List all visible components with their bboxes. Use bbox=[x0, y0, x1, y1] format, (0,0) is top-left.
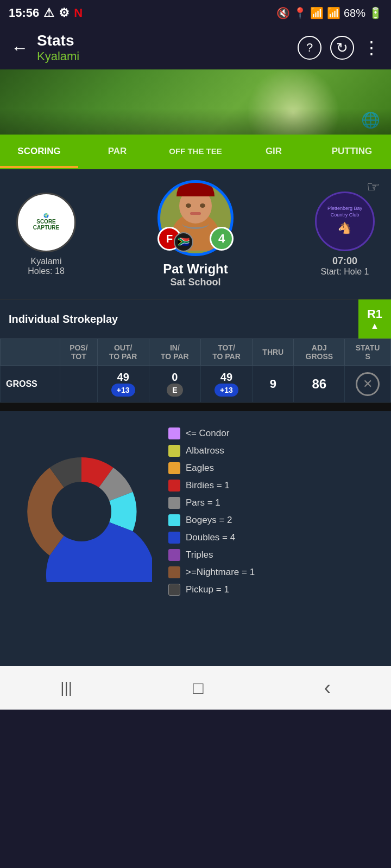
col-in-to-par: IN/TO PAR bbox=[149, 339, 200, 366]
status-bar: 15:56 ⚠ ⚙ N 🔇 📍 📶 📶 68% 🔋 bbox=[0, 0, 391, 26]
legend-albatross: Albatross bbox=[168, 445, 255, 457]
swipe-hint-icon: ☞ bbox=[367, 178, 380, 196]
scorecard-section: Individual Strokeplay R1 ▲ POS/TOT OUT/T… bbox=[0, 299, 391, 403]
nav-home-button[interactable]: □ bbox=[193, 678, 203, 698]
triples-color bbox=[168, 549, 180, 561]
tab-putting[interactable]: PUTTING bbox=[313, 136, 391, 167]
cell-status: ✕ bbox=[345, 366, 391, 403]
legend-bogeys: Bogeys = 2 bbox=[168, 514, 255, 526]
cell-thru: 9 bbox=[253, 366, 294, 403]
tab-scoring[interactable]: SCORING bbox=[0, 136, 78, 167]
legend-eagles: Eagles bbox=[168, 462, 255, 474]
refresh-button[interactable]: ↻ bbox=[330, 36, 354, 60]
bogeys-color bbox=[168, 514, 180, 526]
donut-chart bbox=[11, 441, 152, 582]
albatross-label: Albatross bbox=[186, 445, 224, 456]
legend-pars: Pars = 1 bbox=[168, 497, 255, 509]
help-button[interactable]: ? bbox=[298, 36, 321, 60]
club-logo: Plettenberg Bay Country Club 🐴 bbox=[315, 192, 375, 251]
col-tot-to-par: TOT/TO PAR bbox=[200, 339, 252, 366]
page-title: Stats bbox=[37, 32, 79, 49]
doubles-color bbox=[168, 532, 180, 544]
mute-icon: 🔇 bbox=[276, 7, 290, 20]
netflix-icon: N bbox=[74, 6, 83, 20]
player-section: ☞ 🌍 SCORE CAPTURE Kyalami Holes: 18 bbox=[0, 169, 391, 299]
status-left: 15:56 ⚠ ⚙ N bbox=[9, 6, 83, 20]
col-status: STATUS bbox=[345, 339, 391, 366]
legend-birdies: Birdies = 1 bbox=[168, 480, 255, 492]
col-out-to-par: OUT/TO PAR bbox=[97, 339, 149, 366]
chart-section: <= Condor Albatross Eagles Birdies = 1 P… bbox=[0, 411, 391, 612]
cell-in: 0 E bbox=[149, 366, 200, 403]
more-button[interactable]: ⋮ bbox=[363, 37, 380, 58]
alert-icon: ⚠ bbox=[43, 6, 54, 20]
nav-return-button[interactable]: ‹ bbox=[324, 676, 331, 699]
player-center: F 🇿🇦 4 Pat Wright Sat School bbox=[157, 180, 234, 288]
nav-bar: ||| □ ‹ bbox=[0, 666, 391, 710]
eagles-label: Eagles bbox=[186, 463, 214, 474]
doubles-label: Doubles = 4 bbox=[186, 532, 235, 543]
albatross-color bbox=[168, 445, 180, 457]
pars-color bbox=[168, 497, 180, 509]
birdies-label: Birdies = 1 bbox=[186, 480, 230, 491]
out-par-badge: +13 bbox=[111, 384, 135, 397]
eagles-color bbox=[168, 462, 180, 474]
nightmare-label: >=Nightmare = 1 bbox=[186, 567, 255, 578]
battery-display: 68% bbox=[344, 7, 365, 20]
tab-gir[interactable]: GIR bbox=[235, 136, 313, 167]
player-name: Pat Wright bbox=[163, 261, 228, 277]
table-row: GROSS 49 +13 0 E 49 +13 9 86 bbox=[1, 366, 391, 403]
signal-icon: 📶 bbox=[327, 7, 340, 20]
nav-back-button[interactable]: ||| bbox=[60, 679, 72, 697]
time-display: 15:56 bbox=[9, 6, 39, 20]
triples-label: Triples bbox=[186, 550, 213, 560]
badge-flag: 🇿🇦 bbox=[174, 232, 193, 252]
scorecard-title: Individual Strokeplay bbox=[0, 305, 358, 333]
top-bar-right: ? ↻ ⋮ bbox=[298, 36, 380, 60]
condor-color bbox=[168, 427, 180, 439]
scorecapture-logo: 🌍 SCORE CAPTURE bbox=[16, 193, 76, 252]
cell-tot: 49 +13 bbox=[200, 366, 252, 403]
bottom-fill bbox=[0, 612, 391, 666]
col-empty bbox=[1, 339, 60, 366]
help-icon: ? bbox=[306, 41, 313, 55]
status-right: 🔇 📍 📶 📶 68% 🔋 bbox=[276, 7, 382, 20]
settings-icon: ⚙ bbox=[59, 6, 70, 20]
bogeys-label: Bogeys = 2 bbox=[186, 515, 232, 526]
tab-off-the-tee[interactable]: OFF THE TEE bbox=[156, 137, 235, 165]
legend-nightmare: >=Nightmare = 1 bbox=[168, 566, 255, 578]
hero-image: 🌐 bbox=[0, 69, 391, 135]
battery-icon: 🔋 bbox=[369, 7, 382, 20]
legend-pickup: Pickup = 1 bbox=[168, 584, 255, 596]
legend-doubles: Doubles = 4 bbox=[168, 532, 255, 544]
player-event: Sat School bbox=[170, 277, 220, 288]
col-adj-gross: ADJGROSS bbox=[294, 339, 345, 366]
location-icon: 📍 bbox=[293, 7, 307, 20]
nightmare-color bbox=[168, 566, 180, 578]
avatar-container: F 🇿🇦 4 bbox=[157, 180, 234, 256]
wifi-icon: 📶 bbox=[310, 7, 324, 20]
tee-info: 07:00 Start: Hole 1 bbox=[321, 256, 369, 277]
score-table: POS/TOT OUT/TO PAR IN/TO PAR TOT/TO PAR … bbox=[0, 339, 391, 403]
r1-arrow-icon: ▲ bbox=[370, 321, 379, 331]
map-icon: 🌐 bbox=[361, 111, 380, 129]
player-row: 🌍 SCORE CAPTURE Kyalami Holes: 18 bbox=[11, 180, 380, 288]
chart-legend: <= Condor Albatross Eagles Birdies = 1 P… bbox=[168, 427, 255, 596]
tab-par[interactable]: PAR bbox=[78, 136, 156, 167]
cell-out: 49 +13 bbox=[97, 366, 149, 403]
back-button[interactable]: ← bbox=[11, 38, 28, 58]
status-icon: ✕ bbox=[356, 372, 380, 396]
pickup-color bbox=[168, 584, 180, 596]
legend-condor: <= Condor bbox=[168, 427, 255, 439]
col-pos-tot: POS/TOT bbox=[60, 339, 97, 366]
section-gap bbox=[0, 403, 391, 411]
r1-badge[interactable]: R1 ▲ bbox=[358, 299, 391, 339]
course-name: Kyalami Holes: 18 bbox=[28, 257, 65, 276]
donut-svg bbox=[11, 441, 152, 582]
refresh-icon: ↻ bbox=[336, 40, 348, 56]
cell-adj-gross: 86 bbox=[294, 366, 345, 403]
pickup-label: Pickup = 1 bbox=[186, 584, 229, 595]
condor-label: <= Condor bbox=[186, 428, 229, 439]
cell-pos-tot bbox=[60, 366, 97, 403]
in-par-badge: E bbox=[167, 384, 182, 397]
